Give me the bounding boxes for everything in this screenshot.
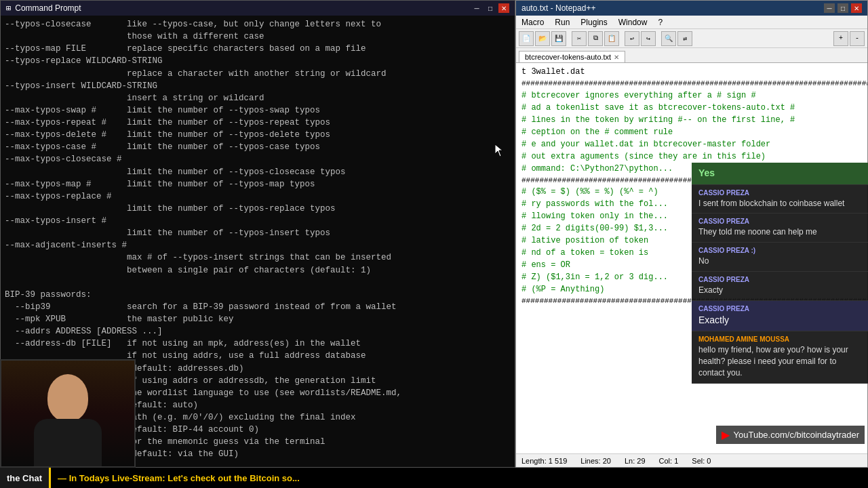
chat-message: CASSIO PREZA :) No (692, 243, 868, 272)
ticker-label-text: the Chat (7, 473, 42, 483)
cmd-line: --typos-replace WILDCARD-STRING (5, 55, 511, 67)
chat-message: CASSIO PREZA They told me noone can help… (692, 214, 868, 243)
cmd-line: --mpk XPUB the master public key (5, 313, 511, 325)
status-length: Length: 1 519 (521, 457, 567, 465)
chat-text: They told me noone can help me (698, 226, 861, 238)
cmd-line (5, 277, 511, 289)
ticker-bar: the Chat — In Todays Live-Stream: Let's … (0, 468, 868, 488)
toolbar-copy[interactable]: ⧉ (588, 31, 603, 46)
chat-username: CASSIO PREZA :) (698, 247, 861, 254)
cmd-icon: ⊞ (6, 3, 11, 14)
cmd-title-text: Command Prompt (15, 3, 471, 13)
youtube-icon: ▶ (722, 428, 730, 441)
menu-plugins[interactable]: Plugins (578, 18, 610, 27)
cmd-line: between a single pair of characters (def… (5, 264, 511, 277)
ticker-separator: — (58, 473, 66, 483)
yt-watermark: ▶ YouTube.com/c/bitcoindaytrader (716, 426, 865, 444)
chat-overlay-container: Yes CASSIO PREZA I sent from blockchain … (692, 0, 868, 468)
chat-username: CASSIO PREZA (698, 218, 861, 225)
cmd-window-controls: ─ □ ✕ (471, 3, 509, 13)
ticker-text: — In Todays Live-Stream: Let's check out… (51, 473, 868, 483)
cmd-minimize-button[interactable]: ─ (471, 3, 482, 13)
toolbar-replace[interactable]: ⇄ (677, 31, 692, 46)
cmd-line: --max-typos-swap # limit the number of -… (5, 104, 511, 117)
cmd-line: --max-typos-replace # (5, 190, 511, 203)
chat-text: Yes (698, 167, 861, 180)
notepad-tab-label: btcrecover-tokens-auto.txt (525, 53, 611, 61)
chat-text: I sent from blockchain to coinbase walle… (698, 198, 861, 209)
chat-message: Yes (692, 163, 868, 185)
cmd-line: max # of --typos-insert strings that can… (5, 251, 511, 264)
chat-username: CASSIO PREZA (698, 189, 861, 197)
cmd-line: limit the number of --typos-replace typo… (5, 203, 511, 215)
cmd-line: limit the number of --typos-insert typos (5, 227, 511, 239)
chat-username: CASSIO PREZA (698, 305, 861, 312)
status-col: Col: 1 (659, 457, 679, 465)
cmd-line: --typos-map FILE replace specific charac… (5, 43, 511, 55)
cmd-line: --max-typos-closecase # (5, 153, 511, 165)
status-lines: Lines: 20 (580, 457, 611, 465)
cmd-line: BIP-39 passwords: (5, 289, 511, 301)
chat-text: Exacty (698, 285, 861, 296)
ticker-content: In Todays Live-Stream: Let's check out t… (69, 473, 300, 483)
cmd-line: replace a character with another string … (5, 68, 511, 80)
ticker-label: the Chat (0, 468, 49, 488)
cmd-line: limit the number of --typos-closecase ty… (5, 166, 511, 178)
toolbar-redo[interactable]: ↪ (641, 31, 656, 46)
cmd-line: --typos-closecase like --typos-case, but… (5, 18, 511, 30)
status-ln: Ln: 29 (625, 457, 646, 465)
cmd-line: --max-typos-delete # limit the number of… (5, 129, 511, 141)
chat-text: No (698, 256, 861, 267)
cmd-maximize-button[interactable]: □ (485, 3, 496, 13)
toolbar-paste[interactable]: 📋 (604, 31, 619, 46)
cmd-line: --max-typos-case # limit the number of -… (5, 141, 511, 153)
chat-message: CASSIO PREZA Exactly (692, 301, 868, 332)
cmd-line: --max-adjacent-inserts # (5, 239, 511, 251)
menu-macro[interactable]: Macro (519, 18, 547, 27)
menu-help[interactable]: ? (655, 18, 665, 27)
cmd-close-button[interactable]: ✕ (498, 3, 509, 13)
toolbar-undo[interactable]: ↩ (625, 31, 639, 46)
toolbar-find[interactable]: 🔍 (661, 31, 676, 46)
person-head (47, 374, 88, 422)
toolbar-cut[interactable]: ✂ (572, 31, 587, 46)
chat-message: CASSIO PREZA I sent from blockchain to c… (692, 185, 868, 214)
cmd-line: --max-typos-map # limit the number of --… (5, 178, 511, 190)
cmd-line: those with a different case (5, 30, 511, 43)
toolbar-open[interactable]: 📂 (535, 31, 550, 46)
notepad-tab-auto[interactable]: btcrecover-tokens-auto.txt ✕ (519, 51, 625, 62)
chat-text: Exactly (698, 314, 861, 327)
chat-text: hello my friend, how are you? how is you… (698, 344, 861, 378)
menu-run[interactable]: Run (552, 18, 572, 27)
cmd-line: --max-typos-repeat # limit the number of… (5, 117, 511, 129)
cmd-line: insert a string or wildcard (5, 92, 511, 104)
toolbar-save[interactable]: 💾 (551, 31, 566, 46)
chat-message: MOHAMED AMINE MOUSSA hello my friend, ho… (692, 331, 868, 383)
cmd-line: --bip39 search for a BIP-39 password ins… (5, 301, 511, 313)
cmd-line: --max-typos-insert # (5, 215, 511, 227)
yt-channel: YouTube.com/c/bitcoindaytrader (734, 430, 859, 440)
cmd-line: --typos-insert WILDCARD-STRING (5, 80, 511, 92)
person-body (34, 419, 102, 466)
toolbar-new[interactable]: 📄 (519, 31, 534, 46)
chat-message: CASSIO PREZA Exacty (692, 272, 868, 301)
chat-username: MOHAMED AMINE MOUSSA (698, 336, 861, 343)
chat-username: CASSIO PREZA (698, 276, 861, 283)
cmd-line: --address-db [FILE] if not using an mpk,… (5, 338, 511, 350)
cmd-titlebar: ⊞ Command Prompt ─ □ ✕ (1, 1, 515, 16)
webcam (0, 359, 136, 468)
chat-overlay: Yes CASSIO PREZA I sent from blockchain … (692, 163, 868, 384)
menu-window[interactable]: Window (616, 18, 650, 27)
notepad-tab-close[interactable]: ✕ (614, 54, 619, 61)
webcam-person (1, 361, 134, 466)
cmd-line: --addrs ADDRESS [ADDRESS ...] (5, 325, 511, 338)
